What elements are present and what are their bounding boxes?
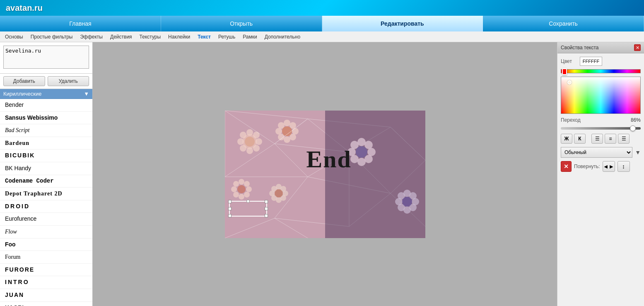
- svg-point-20: [284, 120, 290, 126]
- font-list[interactable]: Bender Sansus Webissimo Bad Script Barde…: [0, 99, 92, 306]
- properties-header: Свойства текста ✕: [557, 42, 644, 53]
- align-buttons: ☰ ≡ ☰: [591, 134, 630, 144]
- svg-point-26: [275, 128, 282, 135]
- toolbar-stickers[interactable]: Наклейки: [165, 33, 193, 41]
- svg-point-24: [284, 136, 290, 143]
- align-left-button[interactable]: ☰: [591, 134, 603, 144]
- hue-slider[interactable]: [561, 69, 641, 73]
- tab-edit[interactable]: Редактировать: [322, 16, 483, 31]
- nav-tabs: Главная Открыть Редактировать Сохранить: [0, 16, 644, 31]
- properties-title: Свойства текста: [561, 45, 598, 51]
- sidebar: Добавить Удалить Кириллические ▼ Bender …: [0, 42, 93, 306]
- svg-point-72: [356, 146, 367, 158]
- delete-rotate-row: ✕ Повернуть: ◄► ↕: [561, 161, 641, 172]
- font-item-juan[interactable]: JUAN: [0, 289, 92, 302]
- format-buttons: Ж К: [561, 134, 586, 144]
- selection-corner-tr[interactable]: [265, 200, 268, 203]
- bold-button[interactable]: Ж: [561, 134, 572, 144]
- tab-save[interactable]: Сохранить: [483, 16, 644, 31]
- toolbar-extra[interactable]: Дополнительно: [261, 33, 304, 41]
- svg-point-9: [240, 132, 246, 138]
- font-item-bender[interactable]: Bender: [0, 99, 92, 112]
- font-item-foo[interactable]: Foo: [0, 239, 92, 251]
- font-item-badscript[interactable]: Bad Script: [0, 124, 92, 137]
- hue-thumb[interactable]: [562, 68, 567, 75]
- font-item-droid[interactable]: DROID: [0, 200, 92, 213]
- svg-point-71: [350, 141, 359, 149]
- close-properties-button[interactable]: ✕: [634, 44, 641, 51]
- flower-right-2: [395, 190, 419, 214]
- align-center-button[interactable]: ≡: [605, 134, 616, 144]
- svg-point-3: [253, 132, 260, 138]
- font-item-bkhandy[interactable]: BK Handy: [0, 162, 92, 175]
- color-gradient-picker[interactable]: [561, 77, 641, 114]
- font-category-label: Кириллические: [3, 91, 41, 97]
- svg-point-10: [245, 137, 255, 147]
- site-title: avatan.ru: [6, 3, 43, 13]
- font-item-bicubik[interactable]: BICUBIK: [0, 149, 92, 162]
- italic-button[interactable]: К: [574, 134, 586, 144]
- align-right-button[interactable]: ☰: [618, 134, 630, 144]
- font-item-codename[interactable]: Codename Coder: [0, 175, 92, 188]
- font-item-eurofurence[interactable]: Eurofurence: [0, 213, 92, 226]
- tab-open[interactable]: Открыть: [161, 16, 322, 31]
- opacity-label: Переход: [561, 117, 628, 123]
- delete-text-button[interactable]: ✕: [561, 161, 572, 172]
- text-input[interactable]: [3, 46, 89, 69]
- selection-corner-mr[interactable]: [265, 207, 268, 210]
- svg-point-11: [239, 179, 244, 185]
- delete-button[interactable]: Удалить: [48, 76, 89, 86]
- opacity-thumb[interactable]: [630, 125, 636, 131]
- font-category-dropdown[interactable]: Кириллические ▼: [0, 89, 92, 99]
- properties-body: Цвет Переход 86% Ж К: [557, 53, 644, 175]
- rotate-left-button[interactable]: ◄►: [603, 161, 615, 172]
- toolbar-actions[interactable]: Действия: [107, 33, 135, 41]
- style-row: Обычный Жирный Курсив Жирный курсив ▼: [561, 147, 641, 158]
- rotate-right-button[interactable]: ↕: [617, 161, 630, 172]
- toolbar-textures[interactable]: Текстуры: [136, 33, 164, 41]
- toolbar-effects[interactable]: Эффекты: [77, 33, 106, 41]
- rotate-label: Повернуть:: [574, 164, 600, 169]
- selection-handle-top[interactable]: [246, 200, 250, 203]
- font-item-bardeun[interactable]: Bardeun: [0, 137, 92, 150]
- selection-corner-br[interactable]: [265, 214, 268, 217]
- tab-main[interactable]: Главная: [0, 16, 161, 31]
- font-item-depot[interactable]: Depot Trapharet 2D: [0, 188, 92, 200]
- style-dropdown-arrow[interactable]: ▼: [635, 149, 641, 156]
- selection-corner-bl[interactable]: [228, 214, 232, 217]
- toolbar-retouch[interactable]: Ретушь: [215, 33, 239, 41]
- font-item-kaori[interactable]: KAORI: [0, 302, 92, 306]
- style-dropdown[interactable]: Обычный Жирный Курсив Жирный курсив: [561, 147, 632, 158]
- font-item-forum[interactable]: Forum: [0, 251, 92, 264]
- selection-box[interactable]: [229, 201, 267, 217]
- selection-corner-tl[interactable]: [228, 200, 232, 203]
- format-row: Ж К ☰ ≡ ☰: [561, 134, 641, 144]
- svg-point-14: [244, 192, 250, 198]
- svg-point-19: [237, 185, 246, 193]
- canvas-image: End: [225, 111, 425, 238]
- selection-corner-ml[interactable]: [228, 207, 232, 210]
- toolbar-osnovy[interactable]: Основы: [2, 33, 27, 41]
- color-label: Цвет: [561, 58, 577, 64]
- font-item-furore[interactable]: FURORE: [0, 264, 92, 277]
- flower-right-1: [347, 138, 376, 166]
- flower-3: [275, 120, 299, 143]
- toolbar-frames[interactable]: Рамки: [239, 33, 260, 41]
- color-value-input[interactable]: [580, 57, 602, 66]
- header: avatan.ru: [0, 0, 644, 16]
- svg-point-15: [239, 194, 244, 200]
- toolbar-filters[interactable]: Простые фильтры: [27, 33, 76, 41]
- canvas-background-svg: [225, 111, 425, 238]
- toolbar-text[interactable]: Текст: [194, 33, 214, 41]
- add-button[interactable]: Добавить: [3, 76, 45, 86]
- properties-panel: Свойства текста ✕ Цвет Переход 86%: [557, 42, 644, 306]
- color-row: Цвет: [561, 57, 641, 66]
- svg-point-4: [256, 138, 262, 145]
- opacity-slider[interactable]: [561, 127, 641, 130]
- font-item-flow[interactable]: Flow: [0, 226, 92, 239]
- text-input-area: [0, 42, 92, 74]
- font-item-sansus[interactable]: Sansus Webissimo: [0, 112, 92, 125]
- svg-point-22: [292, 128, 299, 135]
- font-item-intro[interactable]: INTRO: [0, 276, 92, 289]
- svg-point-28: [282, 126, 292, 136]
